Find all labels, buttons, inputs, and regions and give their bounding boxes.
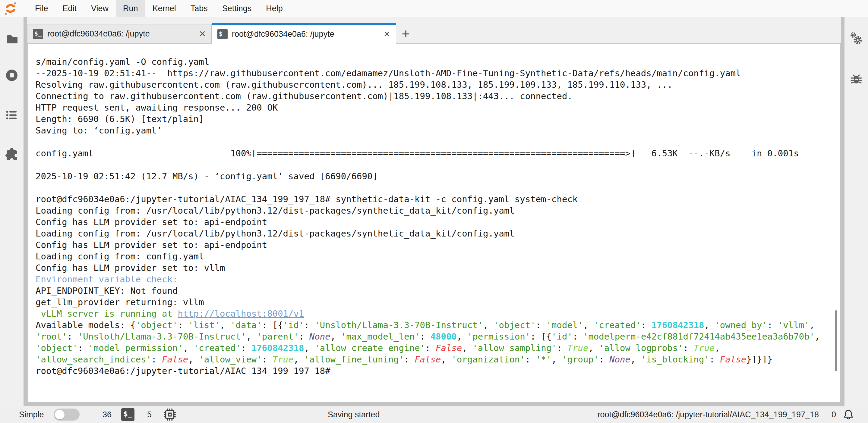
menu-item-edit[interactable]: Edit: [56, 0, 84, 17]
terminal-text-segment: 'object': [136, 320, 178, 330]
terminal-text-segment: 'allow_logprobs': [599, 343, 683, 353]
terminal-text-segment: :: [525, 354, 536, 364]
terminal-text-segment: :: [151, 354, 162, 364]
terminals-count[interactable]: 36: [102, 410, 112, 419]
kernels-count[interactable]: 5: [147, 410, 152, 419]
menu-item-settings[interactable]: Settings: [215, 0, 259, 17]
terminal-text-segment: 'allow_search_indices': [36, 354, 151, 364]
left-splitter[interactable]: [24, 17, 27, 406]
menu-item-run[interactable]: Run: [116, 0, 145, 17]
table-of-contents-icon[interactable]: [5, 108, 19, 122]
terminal-text-segment: ,: [583, 320, 594, 330]
terminal-text-segment: 'vllm': [778, 320, 809, 330]
session-path: root@dfc96034e0a6: /jupyter-tutorial/AIA…: [597, 410, 819, 419]
terminal-text-segment: 1760842318: [251, 343, 304, 353]
terminal-text-segment: 'id': [283, 320, 304, 330]
terminal-text-segment: ,: [183, 343, 193, 353]
terminal-text-segment: True: [567, 343, 589, 353]
property-inspector-icon[interactable]: [849, 32, 863, 45]
terminal-text-segment: ,: [293, 354, 304, 364]
terminal-text-segment: :: [178, 320, 188, 330]
terminal-text-segment: 'Unsloth/Llama-3.3-70B-Instruct': [314, 320, 483, 330]
simple-mode-toggle[interactable]: [54, 409, 80, 421]
terminal-badge: $_: [121, 408, 134, 421]
tab-terminal-2[interactable]: $_ root@dfc96034e0a6: /jupyte ✕: [212, 23, 396, 44]
scrollbar-thumb[interactable]: [835, 310, 837, 371]
dock-panel: $_ root@dfc96034e0a6: /jupyte ✕ $_ root@…: [27, 17, 841, 406]
terminal-text-segment: Available models: {: [36, 320, 136, 330]
terminal-text-segment: 'modelperm-e42cf881df72414ab435ee1ea3a6b…: [583, 331, 815, 341]
terminal-text-segment: :: [67, 331, 78, 341]
terminal-text-segment: :: [557, 343, 567, 353]
debugger-icon[interactable]: [849, 73, 863, 86]
terminal-text-segment: 'group': [562, 354, 599, 364]
right-sidebar: [844, 17, 868, 406]
terminal-line: 'root': 'Unsloth/Llama-3.3-70B-Instruct'…: [36, 331, 840, 342]
terminal-text-segment: ,: [552, 354, 562, 364]
terminal-text-segment: 'permission': [467, 331, 531, 341]
right-splitter[interactable]: [841, 17, 844, 406]
kernel-chip-icon[interactable]: [163, 408, 177, 422]
new-tab-button[interactable]: +: [396, 24, 415, 43]
terminal-text-segment: :: [599, 354, 609, 364]
menu-item-help[interactable]: Help: [259, 0, 290, 17]
terminal-text-segment: : [{: [262, 320, 283, 330]
terminal-text-segment: 'Unsloth/Llama-3.3-70B-Instruct': [78, 331, 246, 341]
terminal-text-segment: 'model_permission': [88, 343, 183, 353]
terminal-line: [36, 136, 840, 148]
terminal-line: Loading config from: /usr/local/lib/pyth…: [36, 205, 840, 216]
close-icon[interactable]: ✕: [199, 29, 206, 39]
terminal-text-segment: ,: [304, 343, 314, 353]
terminal-panel[interactable]: s/main/config.yaml -O config.yaml--2025-…: [27, 44, 841, 402]
terminal-line: Environment variable check:: [36, 273, 840, 285]
terminal-text-segment[interactable]: http://localhost:8001/v1: [178, 308, 304, 319]
terminal-text-segment: ,: [246, 331, 256, 341]
terminal-line: Loading config from: config.yaml: [36, 251, 840, 262]
terminal-line: Saving to: ‘config.yaml’: [36, 125, 840, 136]
terminal-line: vLLM server is running at http://localho…: [36, 308, 840, 319]
extensions-icon[interactable]: [5, 147, 19, 160]
tab-label: root@dfc96034e0a6: /jupyte: [232, 30, 380, 39]
terminal-text-segment: :: [709, 354, 720, 364]
tab-label: root@dfc96034e0a6: /jupyte: [47, 29, 196, 39]
terminal-text-segment: False: [720, 354, 746, 364]
terminal-text-segment: False: [436, 343, 462, 353]
terminal-line: Available models: {'object': 'list', 'da…: [36, 319, 840, 331]
menu-item-tabs[interactable]: Tabs: [183, 0, 215, 17]
terminal-line: root@dfc96034e0a6:/jupyter-tutorial/AIAC…: [36, 193, 840, 205]
terminal-text-segment: :: [641, 320, 652, 330]
terminal-text-segment: :: [299, 331, 309, 341]
terminal-text-segment: ,: [220, 320, 230, 330]
terminal-text-segment: ,: [331, 331, 341, 341]
bell-icon[interactable]: [842, 408, 855, 421]
running-kernels-icon[interactable]: [5, 69, 19, 82]
bottom-splitter[interactable]: [27, 402, 841, 406]
tab-bar: $_ root@dfc96034e0a6: /jupyte ✕ $_ root@…: [27, 17, 841, 44]
terminal-text-segment: :: [241, 343, 251, 353]
menu-item-view[interactable]: View: [84, 0, 116, 17]
menu-item-kernel[interactable]: Kernel: [145, 0, 183, 17]
terminal-line: root@dfc96034e0a6:/jupyter-tutorial/AIAC…: [36, 365, 840, 377]
terminal-text-segment: ,: [441, 354, 451, 364]
terminal-text-segment: :: [536, 320, 546, 330]
terminal-line: HTTP request sent, awaiting response... …: [36, 102, 840, 113]
menu-item-file[interactable]: File: [28, 0, 56, 17]
terminal-text-segment: ,: [483, 320, 494, 330]
terminal-text-segment: :: [78, 343, 88, 353]
file-browser-icon[interactable]: [5, 33, 19, 46]
notification-count: 0: [832, 410, 836, 419]
terminal-text-segment: True: [273, 354, 293, 364]
tab-terminal-1[interactable]: $_ root@dfc96034e0a6: /jupyte ✕: [27, 24, 212, 43]
terminal-line: 'allow_search_indices': False, 'allow_vi…: [36, 354, 840, 365]
terminal-text-segment: ,: [588, 343, 599, 353]
terminal-text-segment: 'list': [188, 320, 220, 330]
terminal-status-icon[interactable]: $_: [121, 408, 134, 421]
close-icon[interactable]: ✕: [383, 29, 391, 39]
terminal-text-segment: 1760842318: [652, 320, 704, 330]
terminal-text-segment: 'object': [494, 320, 536, 330]
terminal-text-segment: 'owned_by': [715, 320, 767, 330]
terminal-text-segment: 'data': [230, 320, 262, 330]
terminal-text-segment: False: [414, 354, 441, 364]
terminal-text-segment: ,: [630, 354, 641, 364]
terminal-text-segment: 'created': [193, 343, 241, 353]
